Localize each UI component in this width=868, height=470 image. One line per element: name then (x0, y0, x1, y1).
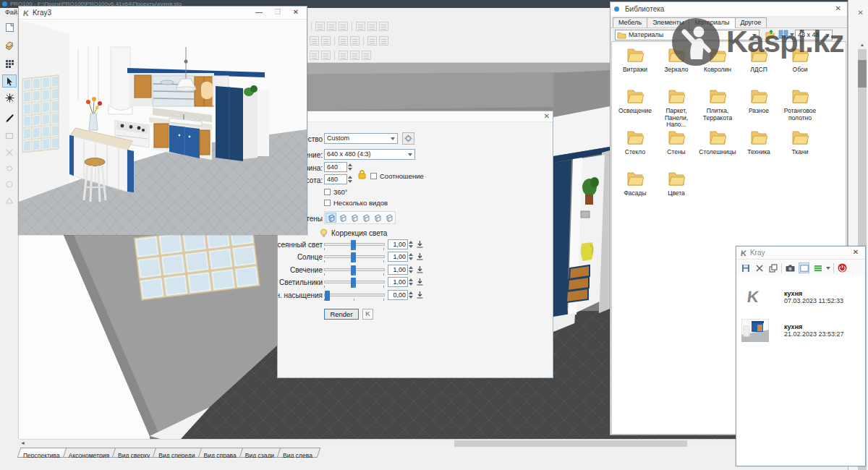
eyedropper-tool-button[interactable] (2, 111, 17, 124)
kray-history-titlebar[interactable]: K Kray ✕ (736, 247, 865, 260)
height-input[interactable]: 480 (324, 174, 347, 184)
width-input[interactable]: 640 (324, 162, 347, 172)
desaturation-value[interactable]: 0,00 (388, 290, 408, 300)
wall-cube-button-3[interactable] (349, 213, 359, 223)
chevron-down-icon[interactable] (826, 267, 830, 270)
maximize-button[interactable]: ❒ (270, 7, 286, 19)
desaturation-slider[interactable] (324, 294, 385, 296)
scroll-up-icon[interactable]: ▲ (858, 40, 867, 49)
library-folder[interactable]: Цвета (655, 170, 697, 197)
elements-grid-button[interactable] (2, 57, 17, 70)
height-spinner[interactable] (347, 174, 354, 184)
library-folder[interactable]: Столешницы (697, 129, 739, 156)
view-360-checkbox[interactable]: 360° (324, 188, 348, 196)
aspect-ratio-checkbox[interactable]: Соотношение сторон (370, 172, 426, 180)
project-3d-button[interactable] (2, 39, 17, 52)
tab-elements[interactable]: Элементы (647, 17, 689, 27)
tab-right-view[interactable]: Вид справа (200, 448, 243, 458)
scroll-left-icon[interactable]: ◄ (20, 440, 25, 445)
tab-perspective[interactable]: Перспектива (19, 448, 67, 458)
close-button[interactable]: ✕ (848, 247, 864, 259)
sun-value[interactable]: 1,00 (388, 252, 408, 262)
tab-axonometry[interactable]: Аксонометрия (64, 448, 116, 458)
wall-cube-button-2[interactable] (337, 213, 348, 223)
close-icon[interactable]: ✕ (544, 112, 550, 120)
library-folder[interactable]: Техника (738, 129, 780, 156)
kray-logo-button[interactable]: K (362, 309, 373, 320)
glow-spinner[interactable] (408, 265, 414, 275)
tab-materials[interactable]: Материалы (689, 17, 735, 28)
library-path-select[interactable]: Материалы (615, 30, 760, 40)
library-folder[interactable]: ЛДСП (738, 46, 780, 74)
horizontal-scrollbar[interactable]: ◄ (19, 439, 858, 448)
library-folder[interactable]: Паркет, Панели, Напо... (655, 87, 697, 129)
library-folder[interactable]: Плитка, Терракота (697, 87, 739, 121)
save-button[interactable] (740, 262, 751, 273)
ambient-spinner[interactable] (408, 239, 414, 249)
library-titlebar[interactable]: Библиотека ✕ (610, 2, 847, 16)
tab-top-view[interactable]: Вид сверху (114, 448, 156, 458)
library-folder[interactable]: Фасады (614, 170, 656, 197)
lamps-spinner[interactable] (408, 277, 414, 287)
icon-size-select[interactable]: 48 x 48 (795, 30, 833, 40)
library-folder[interactable]: Стекло (614, 129, 656, 156)
kray3-titlebar[interactable]: K Kray3 — ❒ ✕ (19, 7, 307, 20)
reset-icon[interactable] (417, 266, 423, 273)
desaturation-spinner[interactable] (408, 290, 414, 300)
ambient-slider[interactable] (324, 243, 385, 246)
close-button[interactable]: ✕ (288, 7, 304, 19)
tab-front-view[interactable]: Вид спереди (154, 448, 201, 458)
render-spider-button[interactable] (2, 91, 17, 104)
tab-other[interactable]: Другое (735, 17, 767, 27)
quality-settings-button[interactable] (402, 132, 414, 145)
close-icon[interactable]: ✕ (858, 9, 864, 17)
view-mode-button[interactable] (778, 30, 794, 39)
copy-link-button[interactable] (767, 262, 778, 273)
glow-value[interactable]: 1,00 (388, 265, 408, 275)
library-folder[interactable]: Ротанговое полотно (779, 87, 821, 121)
new-document-button[interactable] (2, 21, 17, 34)
resolution-select[interactable]: 640 x 480 (4:3) (324, 149, 415, 160)
wall-cube-button-6[interactable] (383, 213, 394, 223)
quality-select[interactable]: Custom (324, 133, 398, 144)
lamps-slider[interactable] (324, 281, 385, 283)
vertical-scroll-thumb[interactable] (858, 60, 867, 87)
library-folder[interactable]: Зеркало (655, 46, 697, 74)
reset-icon[interactable] (417, 278, 423, 286)
library-folder[interactable]: Обои (779, 46, 821, 74)
reset-icon[interactable] (417, 241, 423, 248)
preview-mode-button[interactable] (799, 262, 809, 273)
horizontal-scroll-thumb[interactable] (454, 440, 687, 447)
wall-cube-button-4[interactable] (360, 213, 371, 223)
delete-button[interactable] (754, 262, 765, 273)
lamps-value[interactable]: 1,00 (388, 277, 408, 287)
sun-spinner[interactable] (408, 252, 414, 262)
library-folder[interactable]: Разное (738, 87, 780, 115)
ambient-value[interactable]: 1,00 (388, 239, 408, 249)
history-list-item[interactable]: кухня 21.02.2023 23:53:27 (736, 313, 865, 348)
library-folder[interactable]: Стены (655, 129, 697, 156)
sun-slider[interactable] (324, 255, 385, 258)
wall-cube-button-1[interactable] (326, 213, 336, 223)
library-folder[interactable]: Витражи (614, 46, 656, 74)
select-tool-button[interactable] (2, 74, 17, 87)
width-spinner[interactable] (347, 162, 354, 172)
power-stop-button[interactable] (837, 262, 848, 273)
reset-icon[interactable] (417, 253, 423, 260)
multi-view-checkbox[interactable]: Несколько видов (324, 199, 388, 207)
library-folder[interactable]: Освещение (614, 87, 656, 115)
tab-left-view[interactable]: Вид слева (278, 448, 319, 458)
reset-icon[interactable] (417, 291, 423, 299)
wall-cube-button-5[interactable] (372, 213, 383, 223)
quality-bars-button[interactable] (812, 262, 823, 273)
camera-button[interactable] (785, 262, 796, 273)
close-icon[interactable]: ✕ (835, 4, 841, 12)
tab-furniture[interactable]: Мебель (613, 17, 647, 27)
render-button[interactable]: Render (324, 309, 359, 320)
history-list-item[interactable]: K кухня 07.03.2023 11:52:33 (736, 281, 865, 313)
dialog-titlebar[interactable]: ✕ (278, 111, 553, 122)
tab-back-view[interactable]: Вид сзади (241, 448, 281, 458)
glow-slider[interactable] (324, 268, 385, 271)
library-folder[interactable]: Ковролин (697, 46, 739, 74)
minimize-button[interactable]: — (251, 7, 267, 19)
